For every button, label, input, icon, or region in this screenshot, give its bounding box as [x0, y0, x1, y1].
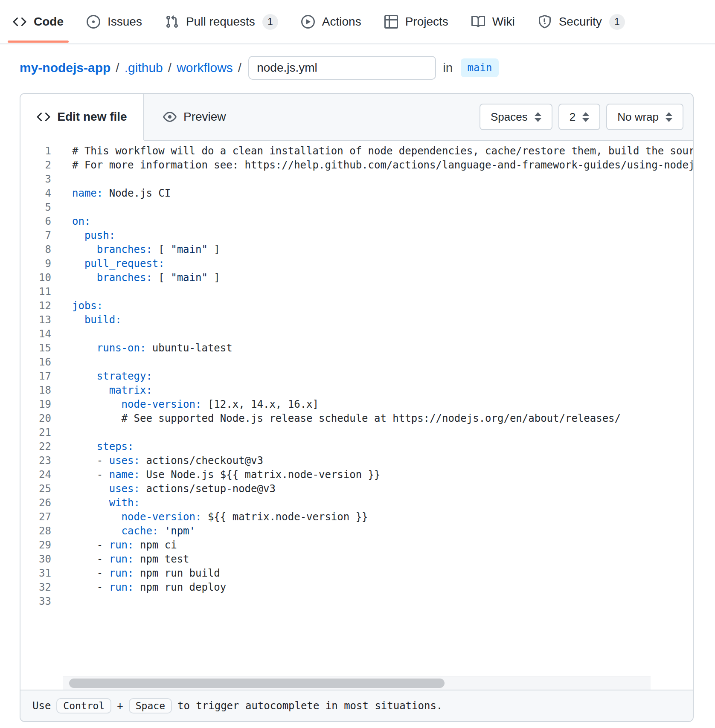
code-line[interactable]: 8 branches: [ "main" ] — [20, 243, 693, 257]
nav-tab-pull-requests[interactable]: Pull requests1 — [160, 0, 283, 44]
code-line-content[interactable]: branches: [ "main" ] — [51, 271, 220, 285]
code-line-content[interactable]: # See supported Node.js release schedule… — [51, 412, 621, 426]
code-editor[interactable]: 1# This workflow will do a clean install… — [20, 141, 693, 676]
code-line-content[interactable]: on: — [51, 215, 90, 229]
code-line[interactable]: 23 - uses: actions/checkout@v3 — [20, 454, 693, 468]
code-icon — [13, 15, 26, 29]
code-line[interactable]: 30 - run: npm test — [20, 552, 693, 566]
code-line[interactable]: 15 runs-on: ubuntu-latest — [20, 341, 693, 355]
tab-preview[interactable]: Preview — [144, 94, 245, 140]
code-line-content[interactable]: - name: Use Node.js ${{ matrix.node-vers… — [51, 468, 380, 482]
code-line-content[interactable] — [51, 327, 72, 341]
code-line-content[interactable]: - run: npm run build — [51, 566, 220, 580]
code-line[interactable]: 24 - name: Use Node.js ${{ matrix.node-v… — [20, 468, 693, 482]
code-line-content[interactable]: build: — [51, 313, 122, 327]
scrollbar-thumb[interactable] — [69, 679, 445, 688]
code-line[interactable]: 27 node-version: ${{ matrix.node-version… — [20, 510, 693, 524]
scrollbar-track[interactable] — [63, 676, 651, 690]
code-line[interactable]: 13 build: — [20, 313, 693, 327]
code-line[interactable]: 10 branches: [ "main" ] — [20, 271, 693, 285]
code-line[interactable]: 17 strategy: — [20, 369, 693, 383]
breadcrumb-dir-workflows-link[interactable]: workflows — [177, 61, 233, 75]
code-line-content[interactable]: - run: npm run deploy — [51, 580, 226, 595]
code-line[interactable]: 5 — [20, 200, 693, 215]
code-line[interactable]: 11 — [20, 285, 693, 299]
code-line-content[interactable]: branches: [ "main" ] — [51, 243, 220, 257]
code-line-content[interactable]: push: — [51, 229, 115, 243]
code-line[interactable]: 20 # See supported Node.js release sched… — [20, 412, 693, 426]
code-line[interactable]: 29 - run: npm ci — [20, 538, 693, 552]
code-line-content[interactable]: node-version: [12.x, 14.x, 16.x] — [51, 397, 319, 412]
code-line[interactable]: 19 node-version: [12.x, 14.x, 16.x] — [20, 397, 693, 412]
line-number: 9 — [20, 257, 51, 271]
line-number: 32 — [20, 580, 51, 595]
wrap-mode-select[interactable]: No wrap — [606, 104, 683, 130]
code-line[interactable]: 33 — [20, 595, 693, 609]
code-line[interactable]: 1# This workflow will do a clean install… — [20, 144, 693, 158]
code-line[interactable]: 6on: — [20, 215, 693, 229]
indent-size-select[interactable]: 2 — [558, 104, 600, 130]
line-number: 14 — [20, 327, 51, 341]
code-line-content[interactable]: cache: 'npm' — [51, 524, 195, 538]
nav-tab-security[interactable]: Security1 — [533, 0, 630, 44]
code-line-content[interactable]: - run: npm ci — [51, 538, 177, 552]
tab-edit-new-file[interactable]: Edit new file — [20, 94, 144, 141]
code-line[interactable]: 26 with: — [20, 496, 693, 510]
code-line-content[interactable]: jobs: — [51, 299, 103, 313]
code-line[interactable]: 22 steps: — [20, 440, 693, 454]
code-line-content[interactable] — [51, 426, 72, 440]
code-line[interactable]: 21 — [20, 426, 693, 440]
code-line-content[interactable]: matrix: — [51, 383, 152, 397]
code-line-content[interactable]: runs-on: ubuntu-latest — [51, 341, 233, 355]
code-line[interactable]: 4name: Node.js CI — [20, 186, 693, 200]
code-line-content[interactable]: - run: npm test — [51, 552, 189, 566]
code-line[interactable]: 3 — [20, 172, 693, 186]
code-line[interactable]: 25 uses: actions/setup-node@v3 — [20, 482, 693, 496]
code-line[interactable]: 14 — [20, 327, 693, 341]
code-line-content[interactable] — [51, 285, 72, 299]
line-number: 5 — [20, 200, 51, 215]
line-number: 31 — [20, 566, 51, 580]
code-line[interactable]: 18 matrix: — [20, 383, 693, 397]
code-line[interactable]: 16 — [20, 355, 693, 369]
code-line-content[interactable]: # This workflow will do a clean installa… — [51, 144, 693, 158]
code-line[interactable]: 9 pull_request: — [20, 257, 693, 271]
nav-tab-issues[interactable]: Issues — [81, 0, 147, 44]
horizontal-scrollbar[interactable] — [20, 676, 693, 690]
code-line-content[interactable] — [51, 172, 72, 186]
code-line[interactable]: 7 push: — [20, 229, 693, 243]
code-line[interactable]: 12jobs: — [20, 299, 693, 313]
code-line[interactable]: 2# For more information see: https://hel… — [20, 158, 693, 172]
nav-tab-label: Security — [559, 15, 602, 29]
nav-tab-actions[interactable]: Actions — [296, 0, 366, 44]
code-icon — [37, 110, 50, 124]
nav-tab-code[interactable]: Code — [8, 0, 69, 44]
code-line-content[interactable]: strategy: — [51, 369, 152, 383]
breadcrumb-repo-link[interactable]: my-nodejs-app — [20, 61, 110, 75]
code-line-content[interactable] — [51, 200, 72, 215]
line-number: 24 — [20, 468, 51, 482]
code-line[interactable]: 32 - run: npm run deploy — [20, 580, 693, 595]
filename-input[interactable] — [248, 56, 436, 80]
code-line-content[interactable]: # For more information see: https://help… — [51, 158, 693, 172]
code-line-content[interactable]: uses: actions/setup-node@v3 — [51, 482, 276, 496]
code-line-content[interactable]: steps: — [51, 440, 134, 454]
code-line-content[interactable]: with: — [51, 496, 140, 510]
nav-tab-wiki[interactable]: Wiki — [466, 0, 520, 44]
breadcrumb: my-nodejs-app / .github / workflows / in… — [20, 55, 715, 80]
code-line[interactable]: 28 cache: 'npm' — [20, 524, 693, 538]
code-line-content[interactable]: - uses: actions/checkout@v3 — [51, 454, 263, 468]
code-line-content[interactable]: name: Node.js CI — [51, 186, 171, 200]
breadcrumb-dir-github-link[interactable]: .github — [125, 61, 163, 75]
code-line-content[interactable]: pull_request: — [51, 257, 165, 271]
hint-text: + — [117, 700, 123, 712]
code-line-content[interactable]: node-version: ${{ matrix.node-version }} — [51, 510, 368, 524]
code-line-content[interactable] — [51, 355, 72, 369]
in-branch-label: in — [443, 61, 453, 75]
code-line[interactable]: 31 - run: npm run build — [20, 566, 693, 580]
tab-preview-label: Preview — [183, 110, 226, 124]
code-line-content[interactable] — [51, 595, 72, 609]
nav-tab-label: Projects — [405, 15, 448, 29]
indent-mode-select[interactable]: Spaces — [480, 104, 552, 130]
nav-tab-projects[interactable]: Projects — [379, 0, 453, 44]
